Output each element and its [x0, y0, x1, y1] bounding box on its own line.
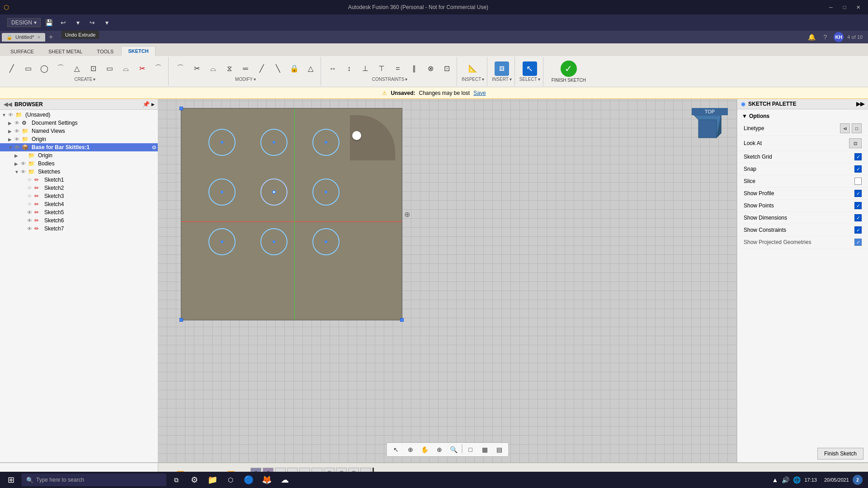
- tab-sheet-metal[interactable]: SHEET METAL: [42, 47, 89, 56]
- minimize-button[interactable]: ─: [825, 3, 837, 12]
- tree-item-sketch7[interactable]: 👁 ✏ Sketch7: [0, 225, 158, 233]
- rect-tool[interactable]: ▭: [21, 61, 35, 76]
- tray-network[interactable]: 🌐: [793, 476, 801, 483]
- eye-icon[interactable]: 👁: [27, 218, 34, 223]
- arrow-icon[interactable]: ▶: [8, 137, 14, 142]
- gizmo-icon[interactable]: ⊕: [404, 210, 410, 219]
- browser-collapse[interactable]: ◀◀: [4, 101, 12, 108]
- sketch-circle[interactable]: [208, 228, 236, 255]
- arrow-icon[interactable]: ▼: [14, 169, 21, 174]
- sketch-circle[interactable]: [260, 129, 288, 156]
- palette-expand[interactable]: ▶▶: [856, 101, 864, 107]
- slice-checkbox[interactable]: [854, 178, 862, 185]
- document-tab-close[interactable]: ✕: [37, 35, 41, 40]
- design-mode-selector[interactable]: DESIGN ▾: [7, 18, 41, 27]
- arrow-icon[interactable]: ▶: [8, 129, 14, 134]
- tree-item-sketch3[interactable]: 👁 ✏ Sketch3: [0, 192, 158, 200]
- canvas-area[interactable]: ⊕ TOP ↖ ⊕ ✋ ⊕ 🔍 □ ▦ ▤: [158, 99, 737, 462]
- help-button[interactable]: ?: [820, 32, 830, 42]
- options-arrow[interactable]: ▼: [742, 113, 747, 119]
- vertical-constraint[interactable]: ↕: [342, 61, 356, 76]
- eye-icon[interactable]: 👁: [14, 120, 22, 126]
- tree-item-sketch4[interactable]: 👁 ✏ Sketch4: [0, 200, 158, 208]
- eye-icon[interactable]: 👁: [21, 169, 28, 174]
- taskbar-app-fusion[interactable]: ⬡: [222, 472, 239, 488]
- zoom-center-btn[interactable]: ⊕: [433, 444, 446, 455]
- tree-item-origin[interactable]: ▶ 👁 📁 Origin: [0, 135, 158, 143]
- taskbar-app-firefox[interactable]: 🦊: [259, 472, 275, 488]
- arrow-icon[interactable]: ▶: [14, 161, 21, 166]
- conic-tool[interactable]: ⌒: [151, 61, 165, 76]
- notification-bell[interactable]: 🔔: [807, 32, 816, 42]
- arc-tool[interactable]: ⌒: [53, 61, 68, 76]
- browser-pin[interactable]: 📌: [142, 101, 150, 108]
- taskbar-search-box[interactable]: 🔍 Type here to search: [22, 474, 166, 486]
- eye-icon[interactable]: 👁: [27, 193, 34, 199]
- finish-sketch-btn-bottom[interactable]: Finish Sketch: [817, 448, 863, 460]
- sketch-circle[interactable]: [208, 129, 236, 156]
- tree-item-sketches[interactable]: ▼ 👁 📁 Sketches: [0, 168, 158, 176]
- extend-tool[interactable]: ⌓: [206, 61, 220, 76]
- browser-more[interactable]: ▸: [151, 101, 154, 108]
- sketch-circle-active[interactable]: [260, 178, 288, 206]
- linetype-icon2[interactable]: □: [852, 123, 862, 133]
- eye-icon[interactable]: 👁: [14, 128, 22, 134]
- tab-sketch[interactable]: SKETCH: [121, 46, 155, 56]
- maximize-button[interactable]: □: [838, 3, 851, 12]
- eye-icon[interactable]: 👁: [27, 202, 34, 207]
- finish-sketch-button[interactable]: ✓ FINISH SKETCH: [548, 58, 590, 85]
- eye-icon[interactable]: 👁: [14, 145, 22, 150]
- sketch-grid-checkbox[interactable]: ✓: [854, 153, 862, 160]
- sketch-viewport[interactable]: ⊕: [181, 108, 402, 320]
- arrow-icon[interactable]: ▼: [8, 145, 14, 150]
- tab-surface[interactable]: SURFACE: [4, 47, 41, 56]
- view-options-btn[interactable]: ▤: [493, 444, 506, 455]
- spline-tool[interactable]: ⌓: [118, 61, 133, 76]
- insert-label[interactable]: INSERT ▾: [492, 77, 512, 82]
- tab-tools[interactable]: TOOLS: [90, 47, 120, 56]
- view-cube[interactable]: TOP: [692, 108, 728, 144]
- select-mode-btn[interactable]: ↖: [390, 444, 402, 455]
- angle-tool[interactable]: ╲: [271, 61, 285, 76]
- select-tool[interactable]: ↖: [523, 61, 537, 76]
- sketch-circle[interactable]: [312, 129, 340, 156]
- look-at-icon[interactable]: ⊡: [849, 138, 862, 148]
- tree-item-unsaved[interactable]: ▼ 👁 📁 (Unsaved): [0, 111, 158, 119]
- show-points-checkbox[interactable]: ✓: [854, 202, 862, 209]
- eye-icon[interactable]: 👁: [21, 161, 28, 166]
- triangle-tool[interactable]: △: [303, 61, 318, 76]
- rect2-tool[interactable]: ⊡: [86, 61, 100, 76]
- eye-icon[interactable]: 👁: [14, 136, 22, 142]
- mirror-tool[interactable]: ⧖: [222, 61, 236, 76]
- perp-constraint[interactable]: ⊥: [358, 61, 373, 76]
- sketch-circle[interactable]: [260, 228, 288, 255]
- show-projected-checkbox[interactable]: ✓: [854, 239, 862, 246]
- corner-top-left[interactable]: [179, 107, 183, 110]
- show-dimensions-checkbox[interactable]: ✓: [854, 214, 862, 221]
- tree-item-bodies[interactable]: ▶ 👁 📁 Bodies: [0, 160, 158, 168]
- view-cube-svg[interactable]: [692, 115, 728, 142]
- save-link[interactable]: Save: [473, 90, 486, 96]
- tree-item-sketch1[interactable]: 👁 ✏ Sketch1: [0, 176, 158, 184]
- fillet-tool[interactable]: ⌒: [173, 61, 188, 76]
- tree-item-sketch6[interactable]: 👁 ✏ Sketch6: [0, 216, 158, 225]
- show-constraints-checkbox[interactable]: ✓: [854, 226, 862, 234]
- tree-item-document-settings[interactable]: ▶ 👁 ⚙ Document Settings: [0, 119, 158, 127]
- select-label[interactable]: SELECT ▾: [519, 77, 540, 82]
- eye-icon[interactable]: 👁: [27, 177, 34, 183]
- circle-tool[interactable]: ◯: [37, 61, 52, 76]
- new-tab-button[interactable]: +: [46, 32, 56, 42]
- eye-icon[interactable]: 👁: [8, 112, 15, 117]
- taskbar-app-ie[interactable]: ☁: [277, 472, 293, 488]
- tray-arrow-up[interactable]: ▲: [772, 476, 778, 483]
- corner-bottom-left[interactable]: [179, 318, 183, 322]
- user-avatar[interactable]: KH: [834, 32, 844, 42]
- insert-image-icon[interactable]: 🖼: [495, 61, 509, 76]
- sketch-circle[interactable]: [312, 228, 340, 255]
- view-cube-top-label[interactable]: TOP: [692, 108, 728, 115]
- eye-icon[interactable]: 👁: [27, 210, 34, 215]
- trim-tool[interactable]: ✂: [189, 61, 204, 76]
- arrow-icon[interactable]: ▼: [2, 113, 8, 117]
- redo-button[interactable]: ↪: [86, 16, 99, 29]
- grid-btn[interactable]: ▦: [479, 444, 491, 455]
